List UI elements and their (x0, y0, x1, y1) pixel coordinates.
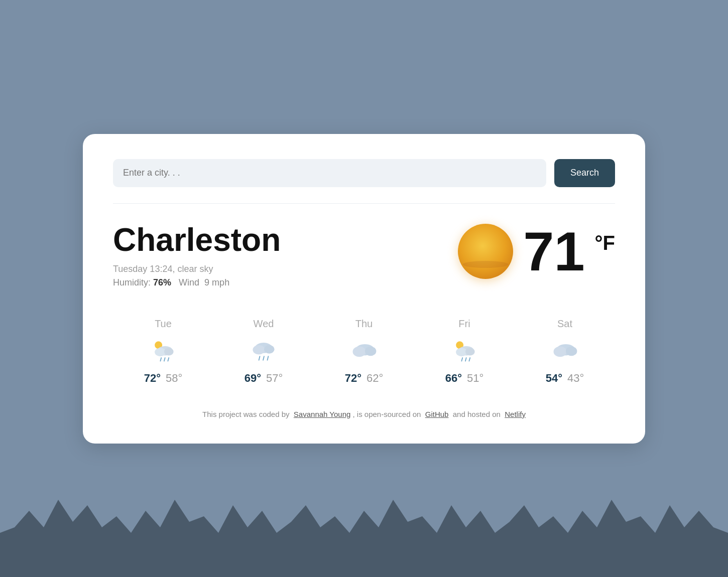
weather-card: Search Charleston Tuesday 13:24, clear s… (83, 134, 645, 444)
svg-line-10 (259, 356, 260, 360)
svg-point-9 (264, 345, 275, 353)
forecast-day: Fri 66° 51° (414, 318, 515, 385)
day-label: Thu (355, 318, 373, 330)
city-name: Charleston (113, 224, 281, 256)
forecast-day: Sat 54° 43° (515, 318, 615, 385)
forecast-high: 69° (245, 372, 261, 385)
wind-value: 9 mph (204, 277, 229, 287)
footer-netlify-link[interactable]: Netlify (505, 410, 526, 418)
svg-line-4 (160, 358, 161, 361)
search-row: Search (113, 159, 615, 187)
forecast-temps: 72° 58° (144, 372, 183, 385)
forecast-icon (449, 336, 479, 366)
svg-point-15 (365, 346, 377, 356)
forecast-icon (148, 336, 178, 366)
svg-line-22 (469, 358, 470, 361)
temperature-section: 71 °F (458, 224, 615, 279)
forecast-temps: 66° 51° (445, 372, 484, 385)
city-info: Charleston Tuesday 13:24, clear sky Humi… (113, 224, 281, 288)
footer-author-link[interactable]: Savannah Young (294, 410, 350, 418)
svg-point-8 (253, 345, 265, 354)
forecast-day: Wed 69° 57° (213, 318, 314, 385)
day-label: Fri (458, 318, 470, 330)
forecast-temps: 72° 62° (345, 372, 384, 385)
footer-text-before: This project was coded by (202, 410, 289, 418)
forecast-row: Tue 72° 58° Wed (113, 318, 615, 385)
svg-point-25 (566, 346, 577, 356)
day-label: Sat (557, 318, 572, 330)
forecast-temps: 69° 57° (245, 372, 283, 385)
sun-icon (458, 224, 513, 279)
forecast-icon (550, 336, 580, 366)
footer-text-middle: , is open-sourced on (352, 410, 421, 418)
footer: This project was coded by Savannah Young… (113, 410, 615, 418)
temperature-unit: °F (595, 232, 615, 254)
forecast-low: 57° (266, 372, 283, 385)
svg-point-19 (465, 348, 475, 355)
forecast-icon (349, 336, 379, 366)
svg-line-12 (268, 356, 269, 360)
divider (113, 203, 615, 204)
forecast-low: 51° (467, 372, 483, 385)
forecast-low: 58° (166, 372, 182, 385)
footer-text-end: and hosted on (453, 410, 501, 418)
weather-detail: Humidity: 76% Wind 9 mph (113, 277, 281, 288)
temperature-value: 71 (523, 224, 584, 279)
svg-line-5 (164, 358, 165, 361)
svg-point-14 (353, 346, 366, 357)
search-button[interactable]: Search (554, 159, 615, 187)
svg-line-6 (168, 358, 169, 361)
svg-line-21 (465, 358, 466, 361)
weather-description: Tuesday 13:24, clear sky (113, 264, 281, 274)
search-input[interactable] (113, 159, 546, 187)
forecast-low: 62° (367, 372, 383, 385)
forecast-day: Tue 72° 58° (113, 318, 213, 385)
forecast-high: 54° (546, 372, 562, 385)
footer-github-link[interactable]: GitHub (425, 410, 449, 418)
wind-label: Wind (179, 277, 199, 287)
svg-point-24 (554, 346, 567, 357)
forecast-high: 66° (445, 372, 462, 385)
forecast-icon (249, 336, 279, 366)
svg-point-3 (164, 348, 174, 355)
forecast-high: 72° (345, 372, 361, 385)
forecast-day: Thu 72° 62° (314, 318, 414, 385)
day-label: Tue (155, 318, 172, 330)
forecast-low: 43° (567, 372, 584, 385)
day-label: Wed (254, 318, 274, 330)
forecast-high: 72° (144, 372, 161, 385)
humidity-label: Humidity: (113, 277, 151, 287)
svg-line-20 (461, 358, 462, 361)
humidity-value: 76% (153, 277, 171, 287)
current-weather: Charleston Tuesday 13:24, clear sky Humi… (113, 224, 615, 288)
forecast-temps: 54° 43° (546, 372, 584, 385)
svg-line-11 (263, 356, 264, 360)
